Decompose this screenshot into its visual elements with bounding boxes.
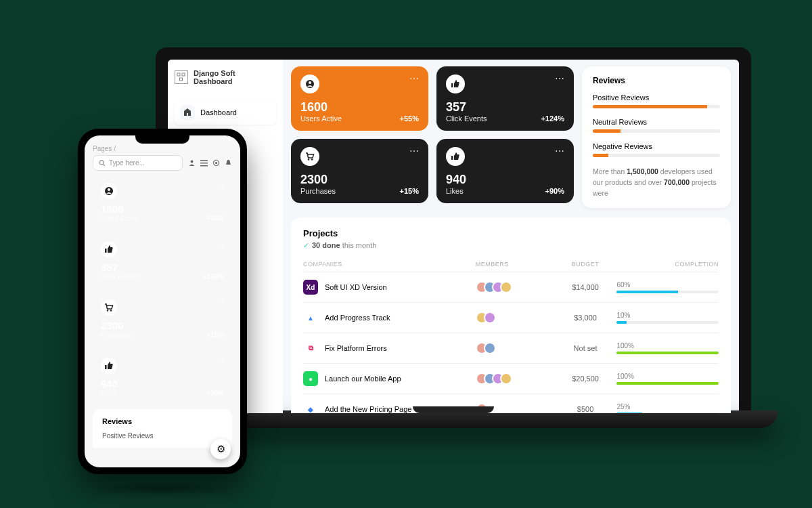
stat-label: Purchases [101,331,224,339]
thumbs-up-icon [101,241,117,257]
table-row[interactable]: ⧉ Fix Platform Errors Not set 100% [303,333,719,363]
stat-value: 2300 [300,173,419,187]
budget: $3,000 [554,314,617,322]
review-row-label: Positive Reviews [593,93,720,102]
stat-card-purch[interactable]: ⋯ 2300 Purchases +15% [93,293,232,345]
card-menu-icon[interactable]: ⋯ [409,146,420,156]
review-row-label: Neutral Reviews [593,118,720,126]
company-logo-icon: ● [303,371,318,386]
svg-point-21 [110,310,112,311]
svg-point-9 [99,161,104,165]
stat-card-users[interactable]: ⋯ 1600 Users Active +55% [291,66,428,131]
svg-rect-12 [200,160,208,161]
col-companies: COMPANIES [303,261,476,268]
reviews-title: Reviews [593,76,720,85]
table-row[interactable]: ▲ Add Progress Track $3,000 10% [303,302,719,333]
svg-rect-13 [200,163,208,164]
review-row: Neutral Reviews [593,118,720,133]
user-icon[interactable] [188,159,196,167]
stat-card-clicks[interactable]: ⋯ 357 Click Events +124% [436,66,574,131]
stat-label: Likes [101,389,224,397]
stat-value: 940 [446,173,564,187]
desktop-viewport: Django Soft Dashboard Dashboard ⋯ 1600 U… [168,60,739,413]
user-circle-icon [101,183,117,199]
stat-value: 357 [101,261,224,273]
gear-icon: ⚙ [217,443,225,455]
reviews-card: Reviews Positive Reviews Neutral Reviews… [582,66,731,208]
table-row[interactable]: ◆ Add the New Pricing Page $500 25% [303,394,719,413]
stat-change: +124% [541,114,564,123]
completion-text: 10% [616,312,719,319]
mobile-reviews-card: Reviews Positive Reviews [93,409,232,448]
company-logo-icon: ⧉ [303,341,318,356]
svg-point-20 [107,310,108,311]
table-row[interactable]: Xd Soft UI XD Version $14,000 60% [303,272,719,302]
card-menu-icon[interactable]: ⋯ [216,240,225,249]
svg-rect-2 [179,78,182,81]
svg-point-11 [191,161,194,163]
brand-icon [175,70,188,84]
settings-fab[interactable]: ⚙ [210,439,231,459]
svg-rect-0 [177,73,180,76]
table-row[interactable]: ● Launch our Mobile App $20,500 100% [303,363,719,394]
stat-card-likes[interactable]: ⋯ 940 Likes +90% [93,351,232,404]
phone-mock: Pages / Type here... [78,129,247,496]
svg-point-4 [309,81,311,84]
company-logo-icon: ◆ [303,402,318,413]
svg-rect-14 [200,165,208,167]
card-menu-icon[interactable]: ⋯ [216,298,225,308]
avatar [500,373,512,385]
avatar [500,281,512,293]
stat-card-purch[interactable]: ⋯ 2300 Purchases +15% [291,139,428,203]
stat-card-likes[interactable]: ⋯ 940 Likes +90% [436,139,574,203]
stat-change: +55% [400,114,419,123]
stat-value: 1600 [101,203,224,215]
card-menu-icon[interactable]: ⋯ [216,182,225,191]
menu-icon[interactable] [200,159,208,167]
svg-rect-22 [105,365,107,369]
svg-point-5 [308,158,309,160]
stat-value: 1600 [300,100,419,114]
budget: $500 [554,405,617,413]
stat-change: +15% [400,187,419,195]
projects-title: Projects [303,228,719,238]
thumbs-up-icon [446,147,465,166]
svg-rect-19 [105,249,107,253]
budget: $20,500 [554,375,617,383]
svg-rect-8 [451,156,453,160]
svg-rect-7 [451,83,453,87]
search-input[interactable]: Type here... [93,155,183,171]
thumbs-up-icon [101,358,117,374]
thumbs-up-icon [446,75,465,93]
card-menu-icon[interactable]: ⋯ [555,146,566,156]
svg-point-18 [108,188,110,191]
budget: Not set [554,344,617,352]
completion-text: 100% [616,373,719,380]
reviews-title: Reviews [102,417,223,425]
stat-value: 940 [101,378,224,389]
stat-change: +124% [203,273,224,280]
stat-change: +55% [206,215,224,222]
svg-point-6 [311,158,313,160]
members [476,373,554,385]
company-logo-icon: Xd [303,280,318,295]
card-menu-icon[interactable]: ⋯ [216,356,225,366]
col-members: MEMBERS [476,261,554,268]
card-menu-icon[interactable]: ⋯ [409,73,420,84]
sidebar-item-dashboard[interactable]: Dashboard [175,100,276,125]
stat-change: +15% [206,331,224,339]
card-menu-icon[interactable]: ⋯ [555,73,566,84]
review-row: Negative Reviews [593,142,720,157]
col-completion: COMPLETION [616,261,719,268]
brand: Django Soft Dashboard [175,69,276,85]
breadcrumb: Pages / [93,145,232,152]
search-icon [99,160,106,167]
stat-card-users[interactable]: ⋯ 1600 Users Active +55% [93,176,232,229]
reviews-note: More than 1,500,000 developers used our … [593,167,720,198]
stat-card-clicks[interactable]: ⋯ 357 Click Events +124% [93,234,232,287]
brand-title: Django Soft Dashboard [194,69,276,85]
bell-icon[interactable] [225,159,232,167]
review-row-label: Negative Reviews [593,142,720,150]
gear-icon[interactable] [212,159,220,167]
cart-icon [300,147,319,166]
